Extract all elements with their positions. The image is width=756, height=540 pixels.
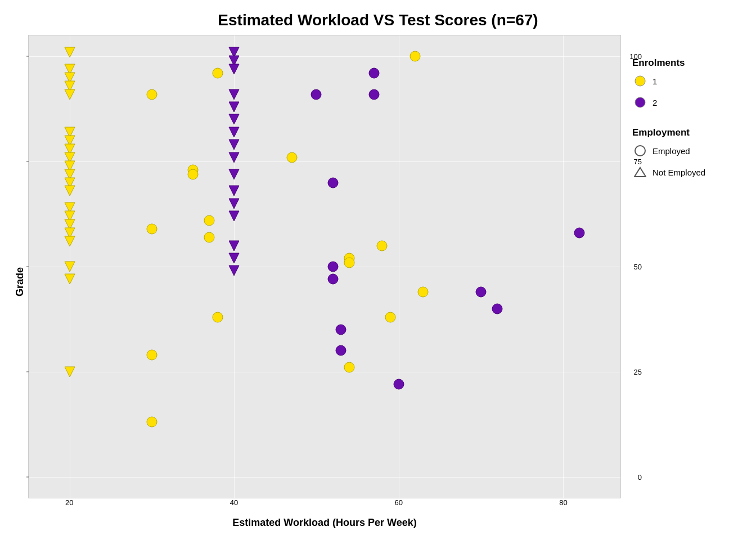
data-point bbox=[212, 68, 223, 79]
plot-and-xaxis: 0255075100 20406080 Estimated Workload (… bbox=[28, 35, 621, 529]
data-point bbox=[64, 273, 75, 285]
svg-point-65 bbox=[492, 304, 502, 314]
data-point bbox=[64, 236, 75, 247]
legend-enrolments-title: Enrolments bbox=[632, 57, 739, 69]
svg-point-66 bbox=[574, 228, 584, 238]
svg-marker-4 bbox=[65, 89, 75, 100]
svg-point-21 bbox=[147, 89, 157, 100]
svg-marker-12 bbox=[65, 186, 75, 196]
data-point bbox=[376, 240, 388, 251]
svg-marker-35 bbox=[229, 102, 239, 112]
svg-point-51 bbox=[328, 274, 338, 284]
data-point bbox=[146, 223, 158, 235]
svg-point-60 bbox=[385, 312, 395, 322]
data-point bbox=[286, 152, 298, 163]
x-tick-label: 20 bbox=[65, 498, 73, 507]
svg-point-29 bbox=[213, 312, 223, 322]
data-point bbox=[492, 303, 503, 314]
svg-point-22 bbox=[147, 224, 157, 234]
data-point bbox=[228, 152, 240, 163]
data-point bbox=[228, 64, 240, 75]
svg-marker-18 bbox=[65, 262, 75, 272]
legend-item-2: 2 bbox=[632, 94, 739, 110]
x-tick-label: 80 bbox=[559, 498, 567, 507]
legend-employment-title: Employment bbox=[632, 127, 739, 138]
data-point bbox=[310, 89, 322, 100]
data-point bbox=[228, 265, 240, 276]
x-axis-label: Estimated Workload (Hours Per Week) bbox=[28, 512, 621, 529]
data-point bbox=[228, 101, 240, 112]
data-point bbox=[228, 198, 240, 209]
chart-title: Estimated Workload VS Test Scores (n=67) bbox=[11, 11, 745, 29]
data-point bbox=[228, 185, 240, 196]
svg-point-52 bbox=[336, 325, 346, 335]
plot-area: 0255075100 bbox=[28, 35, 621, 498]
svg-point-24 bbox=[147, 417, 157, 427]
data-point bbox=[64, 261, 75, 272]
svg-marker-36 bbox=[229, 114, 239, 124]
y-axis-label: Grade bbox=[11, 35, 28, 529]
svg-point-62 bbox=[410, 51, 420, 61]
svg-marker-40 bbox=[229, 169, 239, 179]
data-point bbox=[385, 312, 396, 323]
data-point bbox=[228, 89, 240, 100]
svg-marker-43 bbox=[229, 211, 239, 221]
data-point bbox=[344, 257, 355, 268]
svg-point-23 bbox=[147, 350, 157, 360]
svg-marker-19 bbox=[65, 274, 75, 284]
data-point bbox=[393, 379, 404, 390]
legend-symbol-employed bbox=[632, 143, 648, 159]
data-point bbox=[64, 185, 75, 196]
svg-marker-42 bbox=[229, 199, 239, 209]
svg-point-49 bbox=[328, 178, 338, 188]
data-point bbox=[204, 232, 215, 243]
svg-point-27 bbox=[204, 215, 214, 226]
data-point bbox=[335, 324, 346, 335]
svg-point-30 bbox=[213, 68, 223, 78]
x-tick-label: 60 bbox=[395, 498, 403, 507]
chart-body: Grade 0255075100 20406080 Estimated Work… bbox=[11, 35, 745, 529]
data-point bbox=[187, 169, 199, 180]
svg-marker-41 bbox=[229, 186, 239, 196]
data-point bbox=[344, 362, 355, 373]
x-tick-label: 40 bbox=[230, 498, 238, 507]
data-point bbox=[64, 47, 75, 58]
data-point bbox=[146, 349, 158, 361]
svg-marker-34 bbox=[229, 89, 239, 100]
legend-label-2: 2 bbox=[652, 98, 657, 107]
svg-point-28 bbox=[204, 232, 214, 242]
y-tick-label: 0 bbox=[638, 472, 642, 481]
svg-point-47 bbox=[287, 152, 297, 163]
data-point bbox=[410, 51, 421, 62]
data-point bbox=[228, 139, 240, 150]
data-point bbox=[368, 68, 380, 79]
data-point bbox=[228, 210, 240, 222]
data-point bbox=[368, 89, 380, 100]
svg-point-68 bbox=[635, 97, 645, 107]
svg-point-64 bbox=[476, 287, 486, 297]
svg-point-56 bbox=[344, 362, 354, 372]
data-point bbox=[64, 366, 75, 377]
legend-label-1: 1 bbox=[652, 76, 657, 86]
svg-point-67 bbox=[635, 76, 645, 86]
legend-symbol-yellow-circle bbox=[632, 73, 648, 89]
data-point bbox=[212, 312, 223, 323]
svg-point-55 bbox=[344, 258, 354, 268]
data-point bbox=[327, 273, 339, 285]
data-point bbox=[574, 227, 585, 238]
y-tick-label: 25 bbox=[634, 367, 642, 376]
data-point bbox=[228, 114, 240, 125]
legend-area: Enrolments 1 2 Employment Employed bbox=[621, 35, 745, 529]
legend-label-not-employed: Not Employed bbox=[652, 168, 705, 177]
svg-marker-20 bbox=[65, 367, 75, 377]
data-point bbox=[64, 89, 75, 100]
data-point bbox=[146, 416, 158, 428]
legend-item-1: 1 bbox=[632, 73, 739, 89]
svg-marker-39 bbox=[229, 152, 239, 163]
data-point bbox=[327, 177, 339, 188]
svg-point-57 bbox=[369, 68, 379, 78]
svg-marker-44 bbox=[229, 241, 239, 251]
y-tick-label: 50 bbox=[634, 263, 642, 271]
svg-marker-37 bbox=[229, 127, 239, 137]
legend-symbol-not-employed bbox=[632, 164, 648, 180]
